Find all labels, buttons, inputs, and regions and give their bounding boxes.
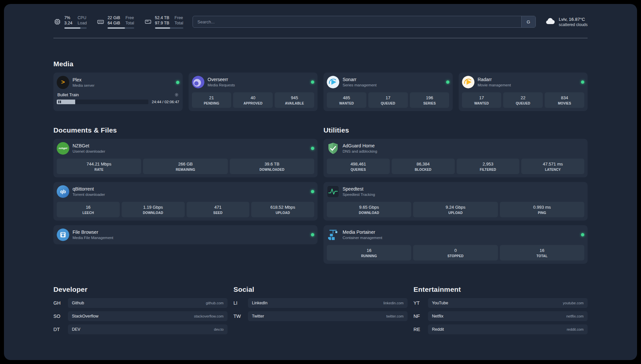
bookmark-abbr: DT [53, 327, 64, 332]
bookmark-link-stackoverflow[interactable]: StackOverflow stackoverflow.com [68, 311, 228, 321]
stat-tile: 21 PENDING [192, 92, 231, 108]
service-desc: Torrent downloader [73, 193, 105, 197]
bookmark-link-linkedin[interactable]: LinkedIn linkedin.com [248, 298, 408, 308]
bookmark-abbr: TW [233, 314, 244, 319]
service-card-portainer[interactable]: Media Portainer Container management 16 … [323, 225, 588, 264]
speedtest-icon [327, 185, 339, 198]
service-card-speedtest[interactable]: Speedtest Speedtest Tracking 9.65 Gbps D… [323, 182, 588, 221]
now-playing-title: Bullet Train [57, 92, 79, 97]
service-name: File Browser [73, 229, 113, 235]
service-card-overseerr[interactable]: Overseerr Media Requests 21 PENDING 40 A… [189, 73, 318, 111]
pause-button[interactable] [58, 101, 61, 103]
portainer-icon [327, 228, 339, 241]
header-divider [53, 38, 588, 38]
stat-label: LATENCY [523, 168, 583, 171]
bookmark-name: YouTube [432, 301, 448, 305]
cpu-load-label: Load [77, 20, 87, 26]
search-input[interactable] [193, 16, 521, 27]
status-badge [311, 80, 314, 84]
stat-tile: 618.52 Mbps UPLOAD [251, 202, 314, 217]
stat-label: SEED [188, 211, 248, 215]
adguard-icon [327, 142, 339, 155]
bookmark-abbr: SO [53, 314, 64, 319]
search-bar: G [193, 16, 536, 28]
status-badge [581, 80, 584, 84]
bookmark-abbr: NF [413, 314, 424, 319]
bookmark-link-reddit[interactable]: Reddit reddit.com [428, 324, 588, 334]
status-badge [311, 147, 314, 150]
service-card-adguard[interactable]: AdGuard Home DNS and adblocking 498,461 … [323, 139, 588, 177]
stat-value: 618.52 Mbps [253, 205, 313, 210]
service-desc: Usenet downloader [73, 149, 105, 153]
bookmark-domain: github.com [206, 301, 224, 305]
service-card-nzbget[interactable]: nzbget NZBGet Usenet downloader 744.21 M… [53, 139, 318, 177]
service-card-filebrowser[interactable]: File Browser Media File Management [53, 225, 318, 244]
stat-label: APPROVED [234, 102, 271, 105]
bookmark-row: RE Reddit reddit.com [413, 324, 588, 334]
disk-usage-bar [155, 27, 183, 29]
stat-tile: 40 APPROVED [233, 92, 273, 108]
cpu-label: CPU [77, 15, 87, 20]
bookmark-name: StackOverflow [72, 314, 99, 318]
stat-label: PING [501, 211, 583, 215]
ram-free: 22 GiB [107, 15, 120, 20]
service-card-qbittorrent[interactable]: qb qBittorrent Torrent downloader 16 LEE… [53, 182, 318, 221]
social-section-title: Social [233, 286, 408, 293]
stat-tile: 196 SERIES [410, 92, 449, 108]
stat-value: 196 [411, 95, 448, 100]
service-desc: Speedtest Tracking [343, 193, 375, 197]
stat-tile: 9.65 Gbps DOWNLOAD [327, 202, 411, 217]
stat-value: 40 [234, 95, 271, 100]
stat-label: TOTAL [501, 254, 583, 258]
stat-label: AVAILABLE [276, 102, 313, 105]
stat-label: QUEUED [504, 102, 541, 105]
stat-tile: 0 STOPPED [413, 245, 498, 260]
bookmark-abbr: YT [413, 300, 424, 306]
bookmark-link-netflix[interactable]: Netflix netflix.com [428, 311, 588, 321]
status-badge [581, 233, 584, 236]
service-card-radarr[interactable]: Radarr Movie management 17 WANTED 22 QUE… [459, 73, 588, 111]
stat-label: SERIES [411, 102, 448, 105]
service-card-sonarr[interactable]: Sonarr Series management 485 WANTED 17 Q… [323, 73, 453, 111]
overseerr-icon [192, 76, 204, 88]
dashboard-panel: 7% 3.24 CPU Load [4, 4, 637, 360]
stat-label: STOPPED [414, 254, 496, 258]
stat-tile: 744.21 Mbps RATE [57, 159, 141, 174]
ram-total: 64 GiB [107, 20, 120, 26]
status-badge [311, 190, 314, 193]
service-name: AdGuard Home [343, 143, 377, 148]
bookmark-link-youtube[interactable]: YouTube youtube.com [428, 298, 588, 308]
stat-tile: 9.24 Gbps UPLOAD [413, 202, 498, 217]
bookmark-name: Netflix [432, 314, 443, 318]
cpu-percent: 7% [64, 15, 72, 20]
section-documents: Documents & Files nzbget NZBGet Usenet d… [53, 126, 318, 244]
stat-value: 16 [328, 248, 410, 253]
cpu-icon [53, 18, 61, 26]
bookmark-domain: stackoverflow.com [194, 314, 224, 318]
bookmark-domain: netflix.com [566, 314, 584, 318]
bookmark-link-twitter[interactable]: Twitter twitter.com [248, 311, 408, 321]
bookmark-link-github[interactable]: Github github.com [68, 298, 228, 308]
service-card-plex[interactable]: > Plex Media server Bullet Train [53, 73, 183, 111]
search-provider-button[interactable]: G [521, 16, 535, 27]
stat-tile: 834 MOVIES [545, 92, 584, 108]
weather-widget: Lviv, 16.87°C scattered clouds [545, 16, 588, 28]
stat-tile: 86,384 BLOCKED [392, 159, 455, 174]
cpu-usage-bar [64, 27, 87, 29]
stat-label: UPLOAD [253, 211, 313, 215]
ram-total-label: Total [125, 20, 134, 26]
stat-value: 16 [501, 248, 583, 253]
service-desc: Media server [73, 83, 94, 87]
stat-value: 0 [414, 248, 496, 253]
stat-value: 1.19 Gbps [123, 205, 183, 210]
service-name: Overseerr [208, 77, 235, 82]
stat-label: FILTERED [458, 168, 518, 171]
bookmark-abbr: RE [413, 327, 424, 332]
gear-icon[interactable] [174, 93, 179, 97]
service-name: Speedtest [343, 186, 375, 192]
stat-value: 21 [193, 95, 230, 100]
bookmark-link-dev[interactable]: DEV dev.to [68, 324, 228, 334]
bookmark-name: DEV [72, 327, 80, 332]
stat-value: 945 [276, 95, 313, 100]
ram-icon [97, 18, 105, 26]
